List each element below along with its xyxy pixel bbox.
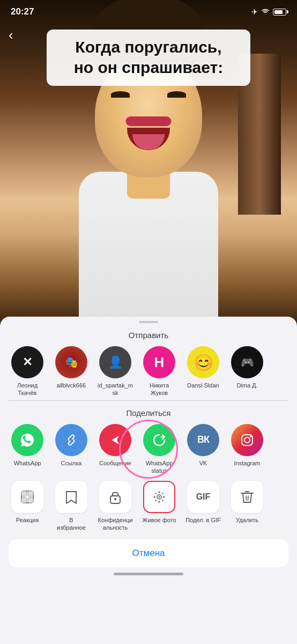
status-bar: 20:27 ✈ [0,0,297,24]
reaction-icon [11,481,43,513]
wifi-icon [261,9,270,15]
action-favorites[interactable]: Визбранное [49,481,93,532]
action-delete[interactable]: Удалить [225,481,269,532]
contact-avatar-allblvck: 🎭 [55,346,87,378]
video-text-overlay: Когда поругались,но он спрашивает: [47,30,250,86]
svg-point-18 [162,493,163,494]
svg-rect-8 [28,497,33,503]
status-icons: ✈ [251,8,286,16]
share-apps-row: WhatsApp Ссылка Сообщение [0,424,297,475]
link-label: Ссылка [61,459,82,467]
svg-point-17 [155,493,156,494]
svg-rect-5 [21,491,27,496]
svg-point-13 [159,492,160,493]
airplane-icon: ✈ [251,8,258,16]
actions-row: Реакция Визбранное Конфиденциальность [0,474,297,532]
share-bottom-sheet: Отправить ✕ ЛеонидТкачёв 🎭 allblvck666 👤… [0,317,297,644]
share-section-title: Поделиться [0,408,297,418]
contact-item[interactable]: ✕ ЛеонидТкачёв [5,346,49,397]
gif-label: Подел. в GIF [185,516,221,524]
contact-name-leonid: ЛеонидТкачёв [17,382,38,397]
svg-marker-0 [112,436,119,444]
svg-point-14 [159,501,160,503]
whatsapp-status-icon [143,424,175,456]
contact-item[interactable]: 👤 id_spartak_msk [93,346,137,397]
battery-icon [273,9,286,16]
link-icon [55,424,87,456]
vk-label: VK [199,459,207,467]
contact-avatar-dansl: 😊 [187,346,219,378]
share-instagram[interactable]: Instagram [225,424,269,475]
share-message[interactable]: Сообщение [93,424,137,475]
home-indicator [114,573,183,575]
video-caption: Когда поругались,но он спрашивает: [58,37,239,78]
message-label: Сообщение [99,459,131,467]
svg-point-12 [159,496,160,498]
svg-point-16 [164,496,165,498]
instagram-label: Instagram [234,459,261,467]
svg-point-15 [154,496,155,498]
contact-name-spartak: id_spartak_msk [98,382,133,397]
action-gif[interactable]: GIF Подел. в GIF [181,481,225,532]
action-reaction[interactable]: Реакция [5,481,49,532]
contact-avatar-spartak: 👤 [99,346,131,378]
whatsapp-icon [11,424,43,456]
divider-1 [9,400,288,401]
svg-rect-6 [28,491,33,496]
contacts-row: ✕ ЛеонидТкачёв 🎭 allblvck666 👤 id_sparta… [0,346,297,397]
sheet-handle [139,321,158,323]
delete-icon [231,481,263,513]
share-whatsapp[interactable]: WhatsApp [5,424,49,475]
vk-icon: ВК [187,424,219,456]
privacy-label: Конфиденциальность [98,516,133,532]
svg-point-2 [244,437,250,443]
status-time: 20:27 [11,6,34,17]
contact-avatar-leonid: ✕ [11,346,43,378]
contact-item[interactable]: 😊 Dansl Sldan [181,346,225,397]
send-section-title: Отправить [0,331,297,340]
svg-rect-7 [21,497,27,503]
svg-point-3 [250,436,251,437]
share-vk[interactable]: ВК VK [181,424,225,475]
reaction-label: Реакция [16,516,39,524]
delete-label: Удалить [236,516,258,524]
message-icon [99,424,131,456]
contact-avatar-dima: 🎮 [231,346,263,378]
contact-name-dansl: Dansl Sldan [187,382,219,389]
action-privacy[interactable]: Конфиденциальность [93,481,137,532]
favorites-icon [55,481,87,513]
contact-name-allblvck: allblvck666 [57,382,86,389]
contact-name-nikita: НикитаЖуков [150,382,169,397]
svg-point-20 [162,500,163,501]
instagram-icon [231,424,263,456]
live-photo-label: Живое фото [142,516,176,524]
svg-point-19 [155,500,156,501]
contact-item[interactable]: 🎭 allblvck666 [49,346,93,397]
back-button[interactable]: ‹ [9,27,13,43]
svg-point-10 [114,498,116,500]
favorites-label: Визбранное [57,516,86,532]
gif-icon: GIF [187,481,219,513]
privacy-icon [99,481,131,513]
cancel-button[interactable]: Отмена [9,539,288,567]
share-whatsapp-status[interactable]: WhatsAppstatus [137,424,181,475]
whatsapp-label: WhatsApp [14,459,41,467]
contact-name-dima: Dima Д. [236,382,257,389]
contact-item[interactable]: Н НикитаЖуков [137,346,181,397]
action-live-photo[interactable]: Живое фото [137,481,181,532]
contact-item[interactable]: 🎮 Dima Д. [225,346,269,397]
live-photo-icon [143,481,175,513]
whatsapp-status-label: WhatsAppstatus [146,459,173,475]
share-link[interactable]: Ссылка [49,424,93,475]
contact-avatar-nikita: Н [143,346,175,378]
